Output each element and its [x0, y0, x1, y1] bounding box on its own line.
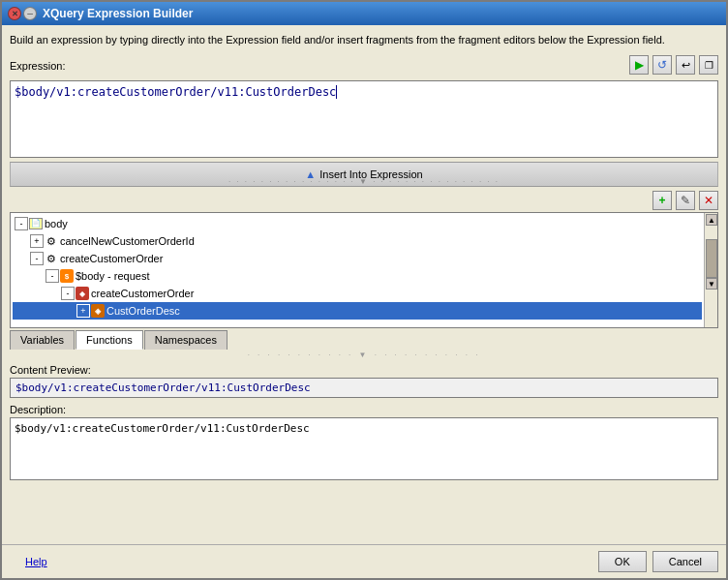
tree-item-body-label: body: [45, 218, 68, 229]
gear-icon-create: ⚙: [45, 252, 58, 265]
cancel-button[interactable]: Cancel: [652, 551, 718, 572]
scrollbar-thumb[interactable]: [706, 239, 717, 278]
divider: · · · · · · · · · · · ▼ · · · · · · · · …: [10, 351, 718, 359]
expand-body[interactable]: -: [15, 217, 28, 230]
footer-right-buttons: OK Cancel: [598, 551, 718, 572]
tree-item-cust-order-desc[interactable]: + ◈ CustOrderDesc: [13, 302, 702, 320]
expand-cancel[interactable]: +: [30, 234, 44, 248]
title-bar: ✕ ─ XQuery Expression Builder: [2, 2, 726, 25]
insert-bar-dots: · · · · · · · · · · · · · · · · ▼ · · · …: [11, 177, 717, 186]
window-title: XQuery Expression Builder: [43, 7, 193, 20]
delete-icon: ✕: [704, 194, 713, 207]
tree-toolbar: + ✎ ✕: [10, 191, 718, 210]
main-window: ✕ ─ XQuery Expression Builder Build an e…: [0, 0, 728, 580]
tree-item-create-label: createCustomerOrder: [60, 253, 163, 264]
tree-scrollbar[interactable]: ▲ ▼: [704, 213, 717, 327]
content-preview-label: Content Preview:: [10, 364, 718, 376]
run-button[interactable]: ▶: [629, 55, 649, 75]
description-box: $body/v1:createCustomerOrder/v11:CustOrd…: [10, 417, 718, 480]
undo-button[interactable]: ↩: [676, 55, 695, 75]
tree-item-create-nested[interactable]: - ◆ createCustomerOrder: [13, 285, 702, 302]
expand-body-request[interactable]: -: [46, 269, 59, 283]
insert-into-expression-bar[interactable]: ▲ Insert Into Expression · · · · · · · ·…: [10, 162, 718, 187]
edit-tree-item-button[interactable]: ✎: [676, 191, 695, 210]
add-tree-item-button[interactable]: +: [652, 191, 672, 210]
tree-panel: - 📄 body + ⚙ cancelNewCustomerOrderId - …: [10, 212, 718, 328]
expand-create-nested[interactable]: -: [61, 287, 75, 300]
refresh-button[interactable]: ↺: [652, 55, 672, 75]
bottom-section: Content Preview: $body/v1:createCustomer…: [10, 364, 718, 480]
tree-item-body[interactable]: - 📄 body: [13, 215, 702, 232]
tabs-row: Variables Functions Namespaces: [10, 328, 718, 350]
tree-item-create-nested-label: createCustomerOrder: [91, 288, 194, 299]
tree-item-cust-label: CustOrderDesc: [106, 305, 180, 317]
close-button[interactable]: ✕: [8, 7, 21, 20]
description-text-value: $body/v1:createCustomerOrder/v11:CustOrd…: [15, 422, 310, 435]
expression-label: Expression:: [10, 60, 65, 72]
tree-content[interactable]: - 📄 body + ⚙ cancelNewCustomerOrderId - …: [11, 213, 704, 327]
edit-icon: ✎: [681, 194, 690, 207]
expression-value: $body/v1:createCustomerOrder/v11:CustOrd…: [15, 85, 336, 99]
var-icon-body: $: [60, 269, 74, 283]
help-description: Build an expression by typing directly i…: [10, 33, 718, 47]
ok-button[interactable]: OK: [598, 551, 647, 572]
tree-item-create[interactable]: - ⚙ createCustomerOrder: [13, 250, 702, 267]
node-icon-create: ◆: [76, 287, 89, 300]
refresh-icon: ↺: [657, 58, 667, 72]
tree-item-body-request-label: $body - request: [76, 270, 149, 282]
delete-tree-item-button[interactable]: ✕: [699, 191, 718, 210]
tab-functions[interactable]: Functions: [76, 330, 143, 350]
element-icon-cust: ◈: [91, 304, 105, 318]
doc-icon: 📄: [29, 218, 43, 229]
description-section-label: Description:: [10, 404, 718, 415]
tree-item-cancel[interactable]: + ⚙ cancelNewCustomerOrderId: [13, 232, 702, 250]
title-bar-controls: ✕ ─: [8, 7, 37, 20]
content-area: Build an expression by typing directly i…: [2, 25, 726, 544]
copy-icon: ❐: [705, 60, 713, 71]
expand-cust-order[interactable]: +: [76, 304, 90, 318]
tab-variables[interactable]: Variables: [10, 330, 75, 350]
content-preview-value: $body/v1:createCustomerOrder/v11:CustOrd…: [10, 378, 718, 398]
minimize-button[interactable]: ─: [23, 7, 37, 20]
help-button[interactable]: Help: [10, 552, 63, 571]
expression-field[interactable]: $body/v1:createCustomerOrder/v11:CustOrd…: [10, 80, 718, 158]
add-icon: +: [658, 194, 665, 207]
play-icon: ▶: [635, 58, 644, 72]
copy-button[interactable]: ❐: [699, 55, 718, 75]
gear-icon-cancel: ⚙: [45, 234, 58, 248]
tree-item-cancel-label: cancelNewCustomerOrderId: [60, 235, 195, 247]
footer: Help OK Cancel: [2, 544, 726, 578]
undo-icon: ↩: [682, 59, 690, 72]
tab-namespaces[interactable]: Namespaces: [144, 330, 228, 350]
expand-create[interactable]: -: [30, 252, 44, 265]
expression-toolbar: ▶ ↺ ↩ ❐: [629, 55, 718, 75]
tree-item-body-request[interactable]: - $ $body - request: [13, 267, 702, 285]
